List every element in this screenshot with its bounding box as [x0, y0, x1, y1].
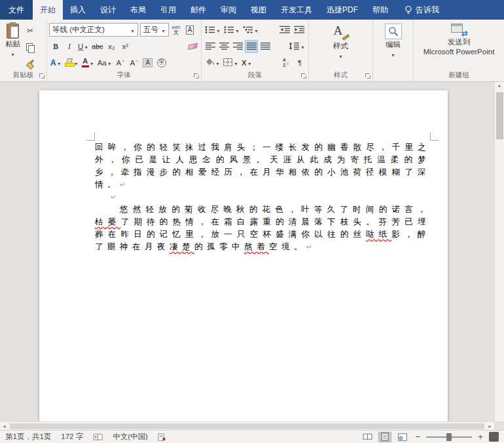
subscript-icon: x₂	[108, 43, 115, 50]
tab-developer[interactable]: 开发工具	[274, 0, 319, 20]
scissors-icon: ✂	[27, 26, 33, 35]
horizontal-scrollbar[interactable]: ◄ ►	[0, 421, 494, 430]
increase-indent-button[interactable]	[293, 24, 306, 37]
show-formatting-marks-button[interactable]: ¶	[293, 56, 306, 69]
misspelled-text: 熬着	[244, 242, 269, 251]
font-dialog-launcher[interactable]	[194, 73, 200, 79]
character-shading-button[interactable]: A	[141, 56, 154, 69]
tab-home[interactable]: 开始	[33, 0, 63, 20]
print-layout-button[interactable]	[378, 432, 391, 442]
zoom-slider-thumb[interactable]	[446, 433, 452, 441]
asian-layout-icon: X	[242, 59, 246, 67]
tab-design[interactable]: 设计	[93, 0, 123, 20]
clear-formatting-button[interactable]	[186, 40, 199, 53]
tab-view[interactable]: 视图	[243, 0, 274, 20]
phonetic-guide-icon: wén 文	[172, 25, 181, 35]
copy-button[interactable]	[24, 41, 37, 54]
paragraph-dialog-launcher[interactable]	[301, 73, 307, 79]
tab-help[interactable]: 帮助	[365, 0, 395, 20]
language-indicator[interactable]: 中文(中国)	[113, 432, 148, 442]
format-painter-button[interactable]	[24, 57, 37, 70]
macro-status-icon[interactable]	[158, 433, 166, 441]
clipboard-dialog-launcher[interactable]	[39, 73, 45, 79]
styles-dialog-launcher[interactable]	[365, 73, 371, 79]
align-center-button[interactable]	[217, 40, 230, 53]
cut-button[interactable]: ✂	[24, 24, 37, 37]
send-to-powerpoint-label-line1: 发送到	[448, 38, 471, 46]
tab-file[interactable]: 文件	[0, 0, 33, 20]
paste-button[interactable]: 粘贴	[2, 22, 24, 70]
bold-icon: B	[53, 43, 58, 50]
text-effects-button[interactable]: A	[49, 56, 63, 69]
font-color-button[interactable]: A	[81, 56, 96, 69]
grow-font-button[interactable]: A	[114, 56, 127, 69]
shrink-font-button[interactable]: A	[128, 56, 141, 69]
tab-mailings[interactable]: 邮件	[183, 0, 213, 20]
document-page[interactable]: 回眸，你的轻笑抹过我肩头；一缕长发的幽香散尽，千里之外，你已是让人思念的风景。天…	[39, 90, 448, 430]
justify-button[interactable]	[245, 40, 258, 53]
bullets-button[interactable]	[204, 24, 222, 37]
align-right-button[interactable]	[231, 40, 244, 53]
document-paragraph[interactable]: 回眸，你的轻笑抹过我肩头；一缕长发的幽香散尽，千里之外，你已是让人思念的风景。天…	[95, 141, 430, 191]
copy-icon	[26, 43, 34, 52]
document-paragraph[interactable]: ↵	[95, 191, 430, 204]
subscript-button[interactable]: x₂	[105, 40, 118, 53]
underline-icon: U	[78, 43, 83, 50]
lightbulb-icon	[405, 5, 412, 15]
editing-button[interactable]: 编辑	[382, 22, 405, 71]
line-spacing-button[interactable]	[287, 40, 306, 53]
send-to-powerpoint-button[interactable]: ⇄ 发送到 Microsoft PowerPoint	[420, 22, 498, 71]
document-paragraph[interactable]: 悠然轻放的菊收尽晚秋的花色，叶等久了时间的诺言，枯萎了期待的热情，在霜白露重的清…	[95, 204, 430, 253]
tab-layout[interactable]: 布局	[123, 0, 153, 20]
highlight-color-button[interactable]	[63, 56, 80, 69]
horizontal-scrollbar-thumb[interactable]	[10, 423, 484, 429]
eraser-icon	[188, 43, 198, 50]
chevron-down-icon	[339, 52, 342, 60]
tellme-button[interactable]: 告诉我	[398, 0, 446, 20]
word-count[interactable]: 172 字	[61, 432, 83, 442]
shading-button[interactable]	[204, 56, 221, 69]
styles-button[interactable]: A 样式	[329, 22, 353, 71]
distribute-button[interactable]	[259, 40, 272, 53]
zoom-out-button[interactable]: −	[414, 432, 422, 442]
numbering-button[interactable]	[223, 24, 241, 37]
proofing-status-icon[interactable]	[93, 433, 103, 441]
text-run: 空境。	[269, 242, 306, 251]
align-left-button[interactable]	[204, 40, 217, 53]
increase-indent-icon	[294, 26, 305, 34]
underline-button[interactable]: U	[77, 40, 90, 53]
font-name-select[interactable]: 等线 (中文正文)	[49, 23, 138, 37]
zoom-slider[interactable]	[426, 436, 472, 438]
change-case-button[interactable]: Aa	[96, 56, 113, 69]
tab-pdf[interactable]: 迅捷PDF	[319, 0, 365, 20]
vertical-scrollbar[interactable]: ▲	[494, 82, 504, 421]
tab-insert[interactable]: 插入	[63, 0, 93, 20]
web-layout-button[interactable]	[396, 432, 409, 442]
ribbon-tab-bar: 文件 开始 插入 设计 布局 引用 邮件 审阅 视图 开发工具 迅捷PDF 帮助…	[0, 0, 504, 20]
chevron-down-icon	[391, 50, 394, 58]
asian-layout-button[interactable]: X	[240, 56, 253, 69]
multilevel-list-button[interactable]	[242, 24, 260, 37]
font-size-select[interactable]: 五号	[140, 23, 169, 37]
decrease-indent-button[interactable]	[278, 24, 292, 37]
bold-button[interactable]: B	[49, 40, 62, 53]
superscript-button[interactable]: x²	[118, 40, 132, 53]
tab-review[interactable]: 审阅	[213, 0, 243, 20]
character-border-button[interactable]: A	[183, 24, 196, 37]
read-mode-button[interactable]	[361, 432, 374, 442]
borders-button[interactable]	[222, 56, 240, 69]
chevron-down-icon	[57, 59, 62, 67]
tab-references[interactable]: 引用	[153, 0, 183, 20]
italic-button[interactable]: I	[63, 40, 76, 53]
strikethrough-button[interactable]: abc	[90, 40, 104, 53]
enclose-characters-button[interactable]: 字	[155, 56, 168, 69]
superscript-icon: x²	[122, 43, 128, 50]
editing-button-label: 编辑	[386, 41, 401, 49]
justify-icon	[247, 42, 257, 50]
vertical-scrollbar-thumb[interactable]	[496, 92, 503, 139]
phonetic-guide-button[interactable]: wén 文	[170, 24, 183, 37]
page-indicator[interactable]: 第1页，共1页	[5, 432, 51, 442]
zoom-in-button[interactable]: +	[477, 432, 484, 442]
sort-button[interactable]: AZ ↓	[279, 56, 293, 69]
paragraph-mark: ↵	[306, 243, 312, 251]
